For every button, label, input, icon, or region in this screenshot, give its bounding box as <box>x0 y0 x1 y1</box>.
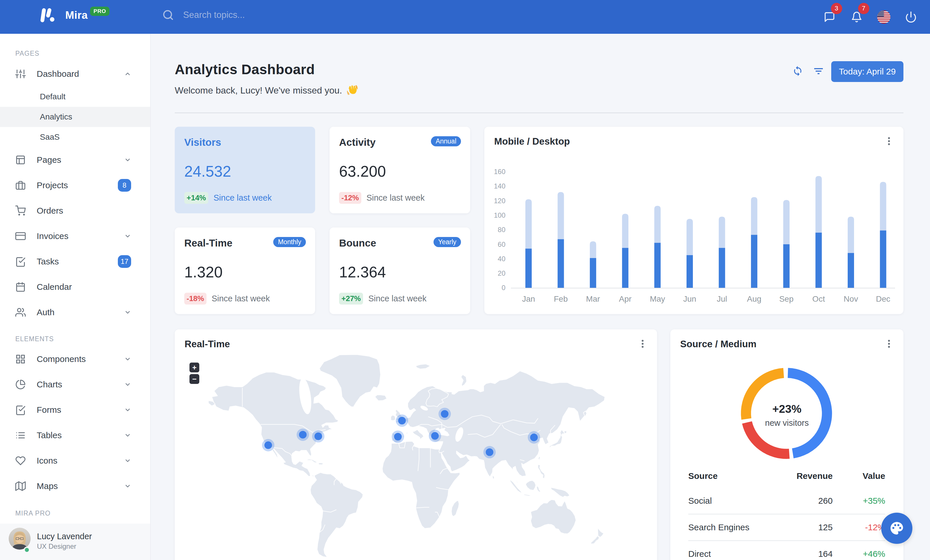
svg-text:40: 40 <box>497 255 505 263</box>
svg-text:Aug: Aug <box>747 295 761 304</box>
svg-text:120: 120 <box>494 197 505 205</box>
svg-text:Mar: Mar <box>586 295 600 304</box>
svg-text:May: May <box>650 295 665 304</box>
svg-text:60: 60 <box>497 241 505 248</box>
svg-text:Jan: Jan <box>522 295 535 304</box>
svg-text:100: 100 <box>494 211 505 219</box>
svg-text:Nov: Nov <box>844 295 858 304</box>
svg-text:Jul: Jul <box>717 295 727 304</box>
svg-text:Sep: Sep <box>779 295 794 304</box>
svg-text:20: 20 <box>497 269 505 277</box>
svg-text:160: 160 <box>494 168 505 175</box>
svg-text:Dec: Dec <box>876 295 890 304</box>
svg-text:0: 0 <box>502 284 505 292</box>
svg-text:Jun: Jun <box>683 295 696 304</box>
svg-text:80: 80 <box>497 226 505 233</box>
svg-text:Feb: Feb <box>554 295 568 304</box>
svg-text:Apr: Apr <box>619 295 632 304</box>
svg-text:140: 140 <box>494 182 505 190</box>
svg-text:Oct: Oct <box>813 295 825 304</box>
